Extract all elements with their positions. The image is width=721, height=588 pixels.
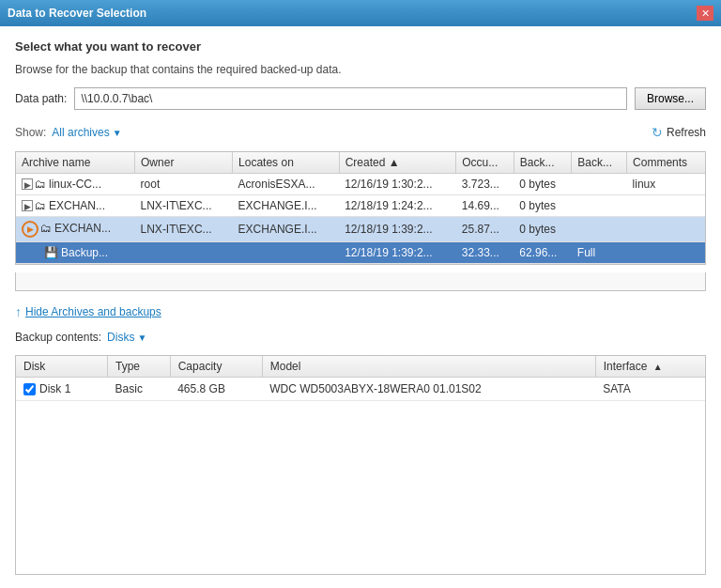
col-archive-name: Archive name <box>16 152 135 174</box>
hide-archives-row: ↑ Hide Archives and backups <box>15 299 706 323</box>
show-bar: Show: All archives ▼ ↻ Refresh <box>15 125 706 140</box>
refresh-icon: ↻ <box>652 125 663 140</box>
disks-table-header: Disk Type Capacity Model Interface ▲ <box>16 356 705 378</box>
col-comments: Comments <box>627 152 705 174</box>
refresh-button[interactable]: ↻ Refresh <box>652 125 706 140</box>
backup-comments <box>627 242 705 264</box>
archive-occu: 25.87... <box>456 217 514 242</box>
col-back1: Back... <box>514 152 572 174</box>
orange-circle-icon: ▶ <box>22 221 38 238</box>
archive-locates-on: EXCHANGE.I... <box>233 195 340 217</box>
col-capacity: Capacity <box>170 356 262 378</box>
data-path-label: Data path: <box>15 92 67 105</box>
archive-name: linux-CC... <box>49 178 101 191</box>
backup-contents-chevron-icon: ▼ <box>137 333 146 343</box>
archive-back2 <box>572 195 627 217</box>
archive-locates-on: AcronisESXA... <box>233 174 340 195</box>
disk-name: Disk 1 <box>39 382 70 395</box>
archive-owner: LNX-IT\EXC... <box>135 195 233 217</box>
archive-back2 <box>572 174 627 195</box>
chevron-down-icon: ▼ <box>113 128 122 138</box>
empty-area <box>15 272 706 291</box>
hide-archives-icon: ↑ <box>15 304 22 319</box>
table-row[interactable]: 💾Backup... 12/18/19 1:39:2... 32.33... 6… <box>16 242 705 264</box>
disk-capacity: 465.8 GB <box>170 378 262 401</box>
backup-created: 12/18/19 1:39:2... <box>339 242 456 264</box>
main-heading: Select what you want to recover <box>15 39 706 54</box>
col-interface: Interface ▲ <box>595 356 705 378</box>
col-type: Type <box>108 356 171 378</box>
archive-comments <box>627 195 705 217</box>
archive-back2 <box>572 217 627 242</box>
archive-icon: 🗂 <box>40 222 52 235</box>
expander-icon[interactable]: ▶ <box>22 178 33 190</box>
archive-occu: 3.723... <box>456 174 514 195</box>
backup-back2: Full <box>572 242 627 264</box>
disk-row[interactable]: Disk 1 Basic 465.8 GB WDC WD5003ABYX-18W… <box>16 378 705 401</box>
archives-table: Archive name Owner Locates on Created ▲ … <box>16 152 705 264</box>
archive-back1: 0 bytes <box>514 217 572 242</box>
show-dropdown-text: All archives <box>52 126 109 139</box>
disks-table: Disk Type Capacity Model Interface ▲ Dis… <box>16 356 705 401</box>
archive-icon: 🗂 <box>35 199 46 212</box>
title-bar: Data to Recover Selection ✕ <box>0 0 721 26</box>
data-path-input[interactable] <box>74 87 627 110</box>
table-row[interactable]: ▶🗂EXCHAN... LNX-IT\EXC... EXCHANGE.I... … <box>16 217 705 242</box>
col-owner: Owner <box>135 152 233 174</box>
backup-back1: 62.96... <box>514 242 572 264</box>
main-content: Select what you want to recover Browse f… <box>0 26 721 588</box>
col-created: Created ▲ <box>339 152 456 174</box>
col-occu: Occu... <box>456 152 514 174</box>
disks-table-container: Disk Type Capacity Model Interface ▲ Dis… <box>15 355 706 575</box>
archive-comments <box>627 217 705 242</box>
backup-locates-on <box>233 242 340 264</box>
backup-contents-label: Backup contents: <box>15 331 101 344</box>
expander-icon[interactable]: ▶ <box>22 200 33 211</box>
archives-table-container: Archive name Owner Locates on Created ▲ … <box>15 151 706 265</box>
sub-heading: Browse for the backup that contains the … <box>15 63 706 76</box>
main-window: Data to Recover Selection ✕ Select what … <box>0 0 721 588</box>
col-locates-on: Locates on <box>233 152 340 174</box>
table-row[interactable]: ▶🗂linux-CC... root AcronisESXA... 12/16/… <box>16 174 705 195</box>
backup-name-cell: 💾Backup... <box>16 242 135 264</box>
archive-occu: 14.69... <box>456 195 514 217</box>
show-dropdown[interactable]: All archives ▼ <box>52 126 121 139</box>
disk-interface: SATA <box>595 378 705 401</box>
disk-checkbox[interactable] <box>23 383 36 395</box>
archive-name: EXCHAN... <box>49 199 105 212</box>
archive-owner: root <box>135 174 233 195</box>
backup-owner <box>135 242 233 264</box>
archive-back1: 0 bytes <box>514 174 572 195</box>
archive-name: EXCHAN... <box>54 222 111 235</box>
table-row[interactable]: ▶🗂EXCHAN... LNX-IT\EXC... EXCHANGE.I... … <box>16 195 705 217</box>
archive-comments: linux <box>627 174 705 195</box>
archive-locates-on: EXCHANGE.I... <box>233 217 340 242</box>
backup-occu: 32.33... <box>456 242 514 264</box>
backup-contents-dropdown[interactable]: Disks ▼ <box>107 331 146 344</box>
archive-name-cell: ▶🗂EXCHAN... <box>16 217 135 242</box>
archive-name-cell: ▶🗂EXCHAN... <box>16 195 135 217</box>
hide-archives-link[interactable]: Hide Archives and backups <box>25 305 161 318</box>
refresh-label: Refresh <box>667 126 706 139</box>
backup-icon: 💾 <box>44 246 58 259</box>
disk-model: WDC WD5003ABYX-18WERA0 01.01S02 <box>262 378 595 401</box>
backup-contents-text: Disks <box>107 331 134 344</box>
archives-table-header: Archive name Owner Locates on Created ▲ … <box>16 152 705 174</box>
archive-created: 12/16/19 1:30:2... <box>339 174 456 195</box>
close-button[interactable]: ✕ <box>697 6 713 21</box>
backup-name: Backup... <box>61 246 108 259</box>
archive-created: 12/18/19 1:39:2... <box>339 217 456 242</box>
col-back2: Back... <box>572 152 627 174</box>
window-title: Data to Recover Selection <box>8 7 146 20</box>
archive-icon: 🗂 <box>35 178 46 191</box>
show-label: Show: <box>15 126 46 139</box>
disk-type: Basic <box>108 378 171 401</box>
data-path-row: Data path: Browse... <box>15 87 706 110</box>
col-disk: Disk <box>16 356 108 378</box>
interface-sort-icon: ▲ <box>653 362 663 372</box>
archive-back1: 0 bytes <box>514 195 572 217</box>
col-model: Model <box>262 356 595 378</box>
archive-name-cell: ▶🗂linux-CC... <box>16 174 135 195</box>
browse-button[interactable]: Browse... <box>635 87 706 110</box>
archive-created: 12/18/19 1:24:2... <box>339 195 456 217</box>
